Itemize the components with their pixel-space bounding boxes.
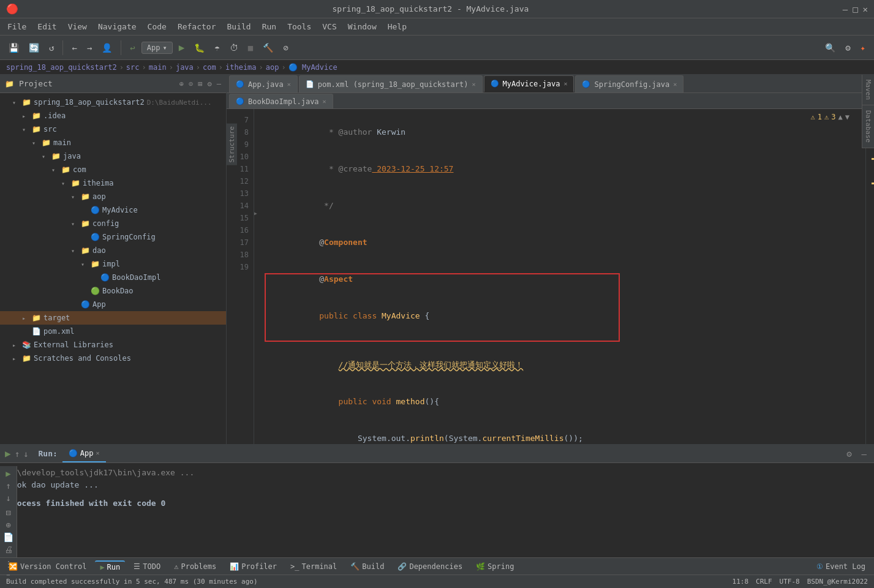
scroll-up-button[interactable]: ▲ [838,113,843,121]
menu-tools[interactable]: Tools [282,20,316,33]
action-event-log[interactable]: ① Event Log [812,561,870,572]
tree-target[interactable]: ▸ 📁 target [0,311,226,325]
tree-impl[interactable]: ▾ 📁 impl [0,257,226,271]
menu-refactor[interactable]: Refactor [173,20,221,33]
tree-dao[interactable]: ▾ 📁 dao [0,244,226,257]
breadcrumb-myadvice[interactable]: 🔵 MyAdvice [288,63,337,72]
bottom-tool-6[interactable]: 📄 [0,532,17,542]
run-play-button[interactable]: ▶ [5,448,11,459]
tree-myadvice[interactable]: ▸ 🔵 MyAdvice [0,203,226,217]
tab-app-java-close[interactable]: ✕ [287,81,291,88]
breadcrumb-itheima[interactable]: itheima [225,63,257,72]
search-button[interactable]: 🔍 [821,40,839,55]
bottom-tool-1[interactable]: ▶ [0,469,17,478]
tab-myadvice-close[interactable]: ✕ [563,80,567,87]
sidebar-settings-button[interactable]: ⚙ [208,80,212,88]
tree-aop[interactable]: ▾ 📁 aop [0,190,226,203]
tab-app-java[interactable]: 🔵 App.java ✕ [229,75,298,92]
save-button[interactable]: 💾 [5,40,23,55]
menu-build[interactable]: Build [222,20,256,33]
tree-bookdaoimpl[interactable]: ▸ 🔵 BookDaoImpl [0,271,226,284]
tab-bookdaoimpl-close[interactable]: ✕ [323,98,326,105]
action-terminal[interactable]: >_ Terminal [285,561,342,572]
menu-view[interactable]: View [63,20,92,33]
status-line-ending[interactable]: CRLF [756,578,772,586]
tree-scratches[interactable]: ▸ 📁 Scratches and Consoles [0,352,226,365]
tab-springconfig[interactable]: 🔵 SpringConfig.java ✕ [575,75,684,92]
menu-run[interactable]: Run [257,20,281,33]
sync-button[interactable]: 🔄 [25,40,43,55]
tab-app-run[interactable]: 🔵 App ✕ [62,445,106,462]
status-build[interactable]: Build completed successfully in 5 sec, 4… [6,578,258,586]
scroll-down-btn[interactable]: ↓ [23,449,28,459]
action-build[interactable]: 🔨 Build [345,561,389,572]
run-config-selector[interactable]: App ▾ [141,42,173,54]
menu-window[interactable]: Window [343,20,382,33]
action-todo[interactable]: ☰ TODO [129,561,165,572]
sidebar-close-button[interactable]: — [217,80,221,88]
undo-button[interactable]: ↩ [126,40,138,55]
tree-pom[interactable]: ▸ 📄 pom.xml [0,325,226,338]
cancel-run-button[interactable]: ⊘ [279,40,292,55]
tab-springconfig-close[interactable]: ✕ [673,81,677,88]
bottom-tool-2[interactable]: ↑ [0,481,17,491]
refresh-button[interactable]: ↺ [45,40,58,55]
menu-vcs[interactable]: VCS [317,20,341,33]
status-indent[interactable]: BSDN_@Kermi2022 [807,578,868,586]
bottom-tool-9[interactable]: ⋯ [0,571,17,578]
profile-button[interactable]: ⏱ [226,40,242,55]
tree-idea[interactable]: ▸ 📁 .idea [0,109,226,123]
menu-help[interactable]: Help [383,20,412,33]
breadcrumb-main[interactable]: main [149,63,167,72]
database-panel-label[interactable]: Database [862,105,874,148]
action-spring[interactable]: 🌿 Spring [471,561,519,572]
back-button[interactable]: ← [68,40,80,55]
maven-panel-label[interactable]: Maven [862,75,874,105]
app-run-close[interactable]: ✕ [96,450,100,456]
maximize-button[interactable]: □ [853,4,857,14]
bottom-settings[interactable]: ⚙ [846,449,851,459]
tree-main[interactable]: ▾ 📁 main [0,136,226,149]
tab-pom-xml-close[interactable]: ✕ [472,81,475,88]
user-button[interactable]: 👤 [98,40,116,55]
action-profiler[interactable]: 📊 Profiler [225,561,282,572]
breadcrumb-project[interactable]: spring_18_aop_quickstart2 [6,63,117,72]
sidebar-expand-button[interactable]: ⊞ [198,80,202,88]
action-version-control[interactable]: 🔀 Version Control [4,561,91,572]
tree-root[interactable]: ▾ 📁 spring_18_aop_quickstart2 D:\BaiduNe… [0,96,226,109]
tree-springconfig[interactable]: ▸ 🔵 SpringConfig [0,230,226,244]
code-content[interactable]: * @author Kerwin * @create 2023-12-25 12… [266,109,865,444]
status-encoding[interactable]: UTF-8 [780,578,800,586]
action-run[interactable]: ▶ Run [95,560,125,573]
bottom-tool-4[interactable]: ⊟ [0,508,17,518]
coverage-button[interactable]: ☂ [211,40,223,55]
tab-bookdaoimpl[interactable]: 🔵 BookDaoImpl.java ✕ [229,94,333,108]
bottom-tool-8[interactable]: ⋮ [0,559,17,569]
tree-bookdao[interactable]: ▸ 🟢 BookDao [0,284,226,298]
action-problems[interactable]: ⚠ Problems [169,561,221,572]
tree-external-libs[interactable]: ▸ 📚 External Libraries [0,338,226,352]
build-project-button[interactable]: 🔨 [259,40,277,55]
tree-app[interactable]: ▸ 🔵 App [0,298,226,311]
tree-src[interactable]: ▾ 📁 src [0,123,226,136]
tree-config[interactable]: ▾ 📁 config [0,217,226,230]
tree-java[interactable]: ▾ 📁 java [0,149,226,163]
breadcrumb-com[interactable]: com [203,63,216,72]
breadcrumb-src[interactable]: src [126,63,140,72]
bottom-tool-5[interactable]: ⊕ [0,520,17,530]
forward-button[interactable]: → [83,40,96,55]
structure-panel-label[interactable]: Structure [227,124,237,165]
status-position[interactable]: 11:8 [733,578,749,586]
breadcrumb-aop[interactable]: aop [266,63,279,72]
scroll-up-btn[interactable]: ↑ [15,449,20,459]
menu-navigate[interactable]: Navigate [93,20,141,33]
tab-pom-xml[interactable]: 📄 pom.xml (spring_18_aop_quickstart) ✕ [299,75,483,92]
breadcrumb-java[interactable]: java [176,63,194,72]
bottom-tool-3[interactable]: ↓ [0,493,17,503]
tree-itheima[interactable]: ▾ 📁 itheima [0,176,226,190]
stop-button[interactable]: ■ [244,40,257,55]
menu-code[interactable]: Code [143,20,171,33]
run-button[interactable]: ▶ [175,39,189,56]
sidebar-scroll-button[interactable]: ⊙ [189,80,193,88]
close-button[interactable]: ✕ [863,4,868,14]
